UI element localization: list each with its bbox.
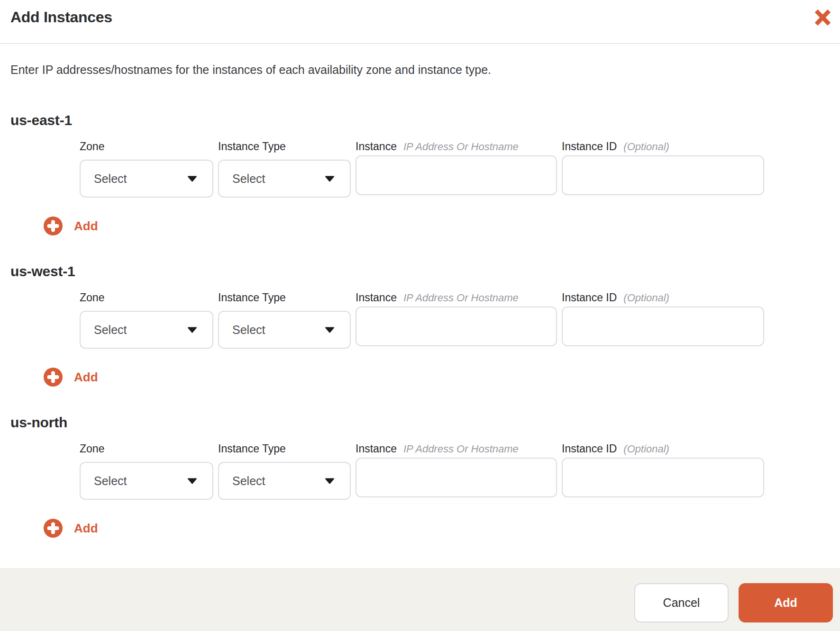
zone-column: Zone Select <box>80 442 213 500</box>
instance-id-hint: (Optional) <box>623 442 669 456</box>
instance-input[interactable] <box>356 458 557 497</box>
zone-select[interactable]: Select <box>80 311 213 349</box>
instance-column: Instance IP Address Or Hostname <box>356 140 557 198</box>
instance-id-input[interactable] <box>562 155 764 195</box>
zone-select-value: Select <box>94 474 127 488</box>
instance-id-input[interactable] <box>562 458 764 497</box>
instance-label: Instance <box>356 291 397 304</box>
plus-circle-icon <box>44 368 63 387</box>
instance-column: Instance IP Address Or Hostname <box>356 442 557 500</box>
section-title: us-east-1 <box>10 111 830 129</box>
add-row-label: Add <box>74 521 98 536</box>
add-button[interactable]: Add <box>739 583 833 622</box>
add-row-label: Add <box>74 219 98 234</box>
instance-id-label: Instance ID <box>562 140 617 153</box>
fields-row: Zone Select Instance Type Select <box>80 442 830 500</box>
close-button[interactable] <box>811 6 834 29</box>
chevron-down-icon <box>325 176 335 182</box>
instance-label: Instance <box>356 140 397 153</box>
instance-type-select-value: Select <box>232 323 265 337</box>
zone-select-value: Select <box>94 323 127 337</box>
instance-input[interactable] <box>356 306 557 346</box>
instance-id-column: Instance ID (Optional) <box>562 442 764 500</box>
zone-select[interactable]: Select <box>80 462 213 500</box>
plus-circle-icon <box>44 519 63 538</box>
cancel-button[interactable]: Cancel <box>634 583 729 622</box>
modal-description: Enter IP addresses/hostnames for the ins… <box>10 63 830 77</box>
zone-label: Zone <box>80 442 104 455</box>
section-title: us-west-1 <box>10 262 830 280</box>
instance-id-label: Instance ID <box>562 291 617 304</box>
instance-id-hint: (Optional) <box>623 291 669 305</box>
fields-row: Zone Select Instance Type Select <box>80 291 830 349</box>
zone-label: Zone <box>80 140 104 153</box>
instance-type-select[interactable]: Select <box>218 311 351 349</box>
modal-title: Add Instances <box>10 9 830 26</box>
chevron-down-icon <box>187 176 197 182</box>
chevron-down-icon <box>325 478 335 484</box>
zone-column: Zone Select <box>80 140 213 198</box>
add-instance-row-button[interactable]: Add <box>44 368 98 387</box>
instance-hint: IP Address Or Hostname <box>403 442 519 456</box>
instance-hint: IP Address Or Hostname <box>403 140 519 153</box>
instance-type-label: Instance Type <box>218 140 286 153</box>
zone-select-value: Select <box>94 172 127 186</box>
modal-footer: Cancel Add <box>0 568 840 631</box>
zone-column: Zone Select <box>80 291 213 349</box>
instance-id-column: Instance ID (Optional) <box>562 140 764 198</box>
instance-type-label: Instance Type <box>218 442 286 455</box>
instance-input[interactable] <box>356 155 557 195</box>
zone-section: us-west-1 Zone Select Instance Type <box>10 262 830 387</box>
chevron-down-icon <box>325 327 335 333</box>
instance-column: Instance IP Address Or Hostname <box>356 291 557 349</box>
instance-id-input[interactable] <box>562 306 764 346</box>
plus-circle-icon <box>44 216 63 235</box>
fields-row: Zone Select Instance Type Select <box>80 140 830 198</box>
instance-type-select[interactable]: Select <box>218 462 351 500</box>
instance-id-column: Instance ID (Optional) <box>562 291 764 349</box>
add-row-label: Add <box>74 370 98 385</box>
zone-select[interactable]: Select <box>80 160 213 198</box>
instance-id-label: Instance ID <box>562 442 617 455</box>
modal-content: Enter IP addresses/hostnames for the ins… <box>0 44 840 568</box>
x-icon <box>814 9 831 26</box>
instance-type-select-value: Select <box>232 474 265 488</box>
instance-type-select[interactable]: Select <box>218 160 351 198</box>
instance-type-column: Instance Type Select <box>218 291 351 349</box>
chevron-down-icon <box>187 327 197 333</box>
zone-label: Zone <box>80 291 104 304</box>
instance-label: Instance <box>356 442 397 455</box>
section-title: us-north <box>10 414 830 432</box>
zone-section: us-north Zone Select Instance Type S <box>10 414 830 538</box>
instance-type-column: Instance Type Select <box>218 140 351 198</box>
modal-header: Add Instances <box>0 0 840 44</box>
instance-id-hint: (Optional) <box>623 140 669 153</box>
instance-type-column: Instance Type Select <box>218 442 351 500</box>
instance-hint: IP Address Or Hostname <box>403 291 519 305</box>
instance-type-select-value: Select <box>232 172 265 186</box>
chevron-down-icon <box>187 478 197 484</box>
zone-section: us-east-1 Zone Select Instance Type <box>10 111 830 235</box>
instance-type-label: Instance Type <box>218 291 286 304</box>
add-instance-row-button[interactable]: Add <box>44 519 98 538</box>
add-instance-row-button[interactable]: Add <box>44 216 98 235</box>
